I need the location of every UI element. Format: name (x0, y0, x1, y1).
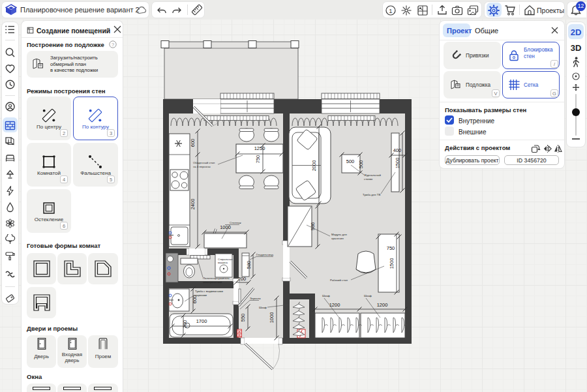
svg-text:Модуль для: Модуль для (331, 233, 347, 236)
svg-text:750: 750 (387, 245, 395, 251)
svg-text:750: 750 (255, 155, 261, 164)
svg-text:Шкаф: Шкаф (322, 294, 330, 297)
svg-text:Тумба с выдвижными: Тумба с выдвижными (195, 290, 224, 293)
svg-text:500: 500 (346, 158, 355, 164)
svg-text:2400: 2400 (190, 199, 196, 210)
svg-text:Зеркало: Зеркало (250, 297, 261, 300)
svg-text:Журнальный: Журнальный (364, 173, 381, 177)
svg-text:Шкаф: Шкаф (259, 306, 267, 309)
svg-text:Стеллаж: Стеллаж (230, 221, 241, 224)
svg-text:хранения: хранения (331, 237, 344, 240)
svg-text:Рабочий стол: Рабочий стол (330, 279, 348, 282)
svg-text:1500: 1500 (389, 258, 395, 269)
svg-text:700: 700 (182, 320, 188, 329)
svg-text:986: 986 (310, 222, 316, 231)
svg-text:580: 580 (246, 261, 252, 269)
svg-text:Полотенцесушитель: Полотенцесушитель (203, 277, 230, 280)
svg-text:500: 500 (358, 160, 364, 169)
svg-text:Шкаф: Шкаф (364, 294, 372, 297)
svg-text:на 4 персоны: на 4 персоны (193, 165, 211, 168)
svg-text:1700: 1700 (196, 318, 207, 324)
svg-text:1000: 1000 (220, 224, 231, 230)
svg-text:Гладильница: Гладильница (256, 253, 274, 256)
svg-text:1000: 1000 (269, 312, 275, 324)
svg-text:200: 200 (238, 276, 247, 282)
svg-text:Тумба для ТВ: Тумба для ТВ (363, 193, 380, 196)
svg-text:600: 600 (190, 139, 196, 147)
svg-text:столик: столик (364, 177, 372, 181)
svg-text:1500: 1500 (395, 158, 400, 169)
svg-text:машина: машина (218, 261, 228, 264)
svg-text:1200: 1200 (377, 302, 388, 308)
svg-text:электрический: электрический (203, 280, 222, 284)
svg-text:550: 550 (240, 314, 246, 322)
svg-text:1: 1 (389, 7, 392, 14)
svg-text:400: 400 (393, 147, 402, 153)
svg-text:?: ? (112, 42, 114, 48)
svg-text:2000: 2000 (311, 160, 317, 172)
svg-text:Обеденный стол: Обеденный стол (193, 161, 215, 164)
svg-text:1250: 1250 (254, 145, 265, 151)
svg-text:ящиками: ящиками (195, 294, 207, 297)
